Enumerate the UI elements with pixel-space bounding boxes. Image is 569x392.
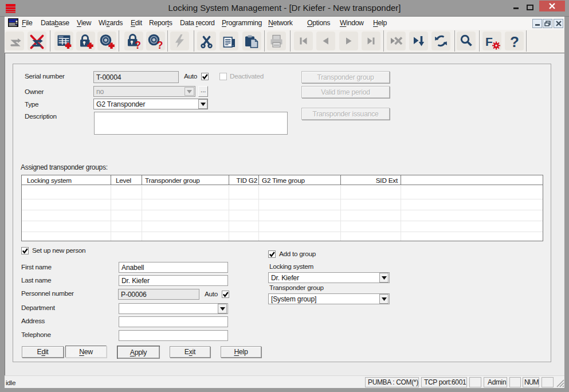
svg-text:?: ? xyxy=(510,33,519,50)
svg-text:?: ? xyxy=(135,40,141,51)
svg-text:F: F xyxy=(485,35,493,48)
svg-text:?: ? xyxy=(157,40,163,51)
